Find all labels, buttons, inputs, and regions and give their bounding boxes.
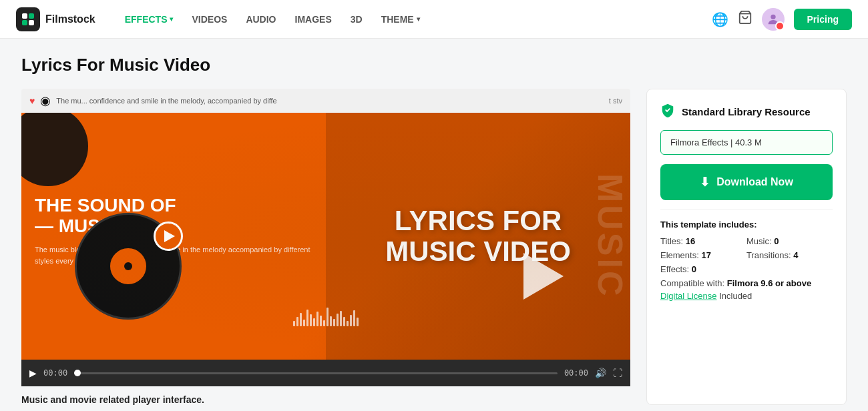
titles-value: 16 [686,236,695,246]
effects-badge: Filmora Effects | 40.3 M [660,130,833,155]
nav-effects[interactable]: EFFECTS ▾ [117,9,182,30]
video-overlay [21,113,630,360]
titles-label: Titles: [660,236,683,246]
license-line: Digital License Included [660,291,833,301]
compatible-line: Compatible with: Filmora 9.6 or above [660,278,833,288]
logo-icon [16,7,40,31]
elements-value: 17 [701,250,710,260]
volume-icon[interactable]: 🔊 [595,368,606,378]
progress-dot [74,370,81,376]
heart-icon: ♥ [29,95,35,106]
cart-icon[interactable] [738,10,752,28]
elements-label: Elements: [660,250,699,260]
compatible-value: Filmora 9.6 or above [727,278,811,288]
compatible-label: Compatible with: [660,278,724,288]
music-label: Music: [746,236,772,246]
nav-audio[interactable]: AUDIO [238,9,284,30]
svg-rect-2 [22,20,27,25]
progress-bar[interactable] [74,372,558,374]
chevron-down-icon: ▾ [170,15,173,23]
svg-rect-3 [29,20,34,25]
avatar[interactable] [762,8,785,31]
transitions-value: 4 [793,250,798,260]
logo-area[interactable]: Filmstock [16,7,95,31]
right-panel: Standard Library Resource Filmora Effect… [646,89,847,405]
elements-item: Elements: 17 [660,250,746,260]
header-right: 🌐 Pricing [712,8,852,31]
resource-title: Standard Library Resource [682,106,811,117]
info-grid: Titles: 16 Music: 0 Elements: 17 Transit… [660,236,833,274]
main-content: Lyrics For Music Video ♥ ◉ The mu... con… [0,39,868,411]
content-area: ♥ ◉ The mu... confidence and smile in th… [21,89,847,405]
header: Filmstock EFFECTS ▾ VIDEOS AUDIO IMAGES … [0,0,868,39]
resource-header: Standard Library Resource [660,103,833,121]
play-pause-button[interactable]: ▶ [29,368,37,378]
nav-3d[interactable]: 3D [343,9,371,30]
titles-item: Titles: 16 [660,236,746,246]
time-current: 00:00 [43,368,67,378]
logo-name: Filmstock [45,13,95,25]
strip-right: t stv [609,97,622,105]
nav-videos[interactable]: VIDEOS [184,9,235,30]
svg-point-5 [771,14,775,19]
chevron-down-icon-theme: ▾ [417,15,420,23]
video-player[interactable]: THE SOUND OF — MUSIC The music blooms wi… [21,113,630,360]
svg-rect-0 [22,13,27,19]
music-value: 0 [774,236,779,246]
effects-item: Effects: 0 [660,264,746,274]
strip-text: The mu... confidence and smile in the me… [56,97,276,105]
time-total: 00:00 [564,368,588,378]
shield-icon [660,103,675,121]
page-title: Lyrics For Music Video [21,55,847,75]
video-background: THE SOUND OF — MUSIC The music blooms wi… [21,113,630,360]
fullscreen-icon[interactable]: ⛶ [613,368,622,378]
effects-value: 0 [692,264,696,274]
effects-label: Effects: [660,264,689,274]
nav: EFFECTS ▾ VIDEOS AUDIO IMAGES 3D THEME ▾ [117,9,712,30]
music-item: Music: 0 [746,236,833,246]
video-section: ♥ ◉ The mu... confidence and smile in th… [21,89,630,405]
transitions-item: Transitions: 4 [746,250,833,260]
notification-badge [775,21,785,31]
film-strip: ♥ ◉ The mu... confidence and smile in th… [21,89,630,113]
license-suffix: Included [719,291,752,301]
nav-images[interactable]: IMAGES [287,9,340,30]
download-label: Download Now [716,176,793,188]
pricing-button[interactable]: Pricing [794,9,852,30]
template-includes-label: This template includes: [660,220,833,230]
download-icon: ⬇ [700,175,710,189]
template-info: This template includes: Titles: 16 Music… [660,210,833,301]
download-button[interactable]: ⬇ Download Now [660,164,833,200]
license-link[interactable]: Digital License [660,291,717,301]
svg-rect-1 [29,13,34,19]
transitions-label: Transitions: [746,250,791,260]
video-controls: ▶ 00:00 00:00 🔊 ⛶ [21,360,630,386]
globe-icon[interactable]: 🌐 [712,11,728,27]
nav-theme[interactable]: THEME ▾ [373,9,428,30]
video-caption: Music and movie related player interface… [21,394,630,405]
vinyl-icon: ◉ [40,93,51,108]
